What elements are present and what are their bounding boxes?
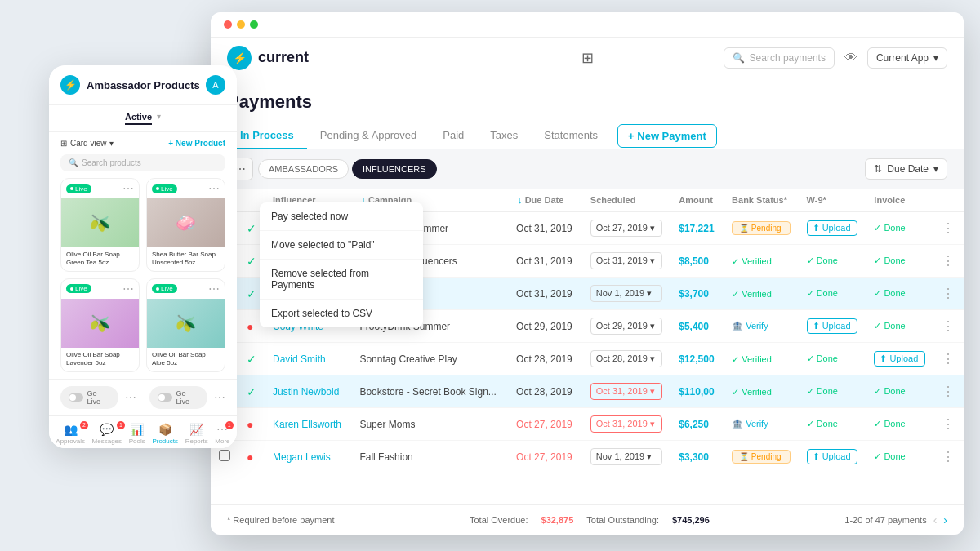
- product-card-2[interactable]: Live ⋯ 🫒 Olive Oil Bar Soap Lavender 5oz: [60, 278, 140, 372]
- card-menu-0[interactable]: ⋯: [122, 182, 134, 195]
- w9-upload-btn[interactable]: ⬆ Upload: [807, 220, 858, 236]
- mobile-tab-active[interactable]: Active: [125, 112, 152, 125]
- logo-text: current: [258, 49, 309, 66]
- row-menu-btn[interactable]: ⋮: [933, 408, 964, 441]
- scheduled-select[interactable]: Oct 28, 2019 ▾: [590, 350, 662, 367]
- mobile-card-view-btn[interactable]: ⊞ Card view ▾: [60, 139, 114, 148]
- app-selector[interactable]: Current App ▾: [867, 47, 947, 69]
- row-menu-btn[interactable]: ⋮: [933, 310, 964, 343]
- ctx-move-paid[interactable]: Move selected to "Paid": [260, 231, 423, 260]
- tab-in-process[interactable]: In Process: [227, 122, 307, 149]
- scheduled-select[interactable]: Oct 27, 2019 ▾: [590, 220, 662, 237]
- influencer-name[interactable]: Karen Ellsworth: [273, 419, 341, 430]
- card-menu-1[interactable]: ⋯: [208, 182, 220, 195]
- row-menu-btn[interactable]: ⋮: [933, 245, 964, 278]
- new-payment-btn[interactable]: + New Payment: [617, 124, 717, 148]
- product-card-1[interactable]: Live ⋯ 🧼 Shea Butter Bar Soap Unscented …: [146, 178, 225, 272]
- table-footer: * Required before payment Total Overdue:…: [211, 504, 964, 535]
- campaign-cell: Bookstore - Secret Book Sign...: [351, 375, 508, 408]
- row-menu-btn[interactable]: ⋮: [933, 278, 964, 310]
- col-actions: [933, 189, 964, 212]
- scheduled-select[interactable]: Oct 29, 2019 ▾: [590, 318, 662, 335]
- overdue-amount: $32,875: [541, 515, 574, 525]
- card-header-2: Live ⋯: [61, 279, 139, 299]
- pagination: 1-20 of 47 payments ‹ ›: [844, 513, 947, 527]
- tab-paid[interactable]: Paid: [430, 122, 477, 149]
- invoice-cell: ✓ Done: [866, 212, 933, 245]
- ctx-export-csv[interactable]: Export selected to CSV: [260, 300, 423, 327]
- logo-icon: ⚡: [227, 46, 252, 70]
- nav-more-label: More: [215, 438, 229, 445]
- w9-upload-btn[interactable]: ⬆ Upload: [807, 449, 858, 464]
- ctx-pay-selected[interactable]: Pay selected now: [260, 202, 423, 231]
- tab-pending-approved[interactable]: Pending & Approved: [307, 122, 430, 149]
- verify-btn[interactable]: 🏦 Verify: [732, 419, 791, 429]
- row-menu-btn[interactable]: ⋮: [933, 212, 964, 245]
- ctx-remove-payments[interactable]: Remove selected from Payments: [260, 260, 423, 300]
- grid-apps-icon[interactable]: ⊞: [581, 49, 594, 67]
- w9-cell: ✓ Done: [799, 375, 866, 408]
- invoice-done: ✓ Done: [874, 386, 925, 397]
- pending-badge: ⏳ Pending: [732, 221, 791, 235]
- invoice-upload-btn[interactable]: ⬆ Upload: [874, 351, 925, 367]
- bank-status-cell: ✓ Verified: [724, 343, 799, 375]
- scheduled-select[interactable]: Nov 1, 2019 ▾: [590, 448, 662, 465]
- status-icon: ●: [247, 418, 253, 431]
- w9-cell: ✓ Done: [799, 408, 866, 441]
- nav-approvals[interactable]: 👥 Approvals 2: [56, 423, 85, 445]
- nav-messages[interactable]: 💬 Messages 1: [92, 423, 122, 445]
- go-live-menu-0[interactable]: ⋯: [125, 391, 136, 404]
- w9-cell: ✓ Done: [799, 278, 866, 310]
- go-live-btn-1[interactable]: Go Live: [149, 386, 207, 409]
- scheduled-select[interactable]: Oct 31, 2019 ▾: [590, 383, 662, 400]
- influencer-name[interactable]: Megan Lewis: [273, 451, 331, 463]
- verify-btn[interactable]: 🏦 Verify: [732, 321, 791, 331]
- next-page-btn[interactable]: ›: [943, 513, 947, 527]
- row-menu-btn[interactable]: ⋮: [933, 441, 964, 473]
- product-card-0[interactable]: Live ⋯ 🫒 Olive Oil Bar Soap Green Tea 5o…: [60, 178, 140, 272]
- row-menu-btn[interactable]: ⋮: [933, 343, 964, 375]
- tab-statements[interactable]: Statements: [531, 122, 611, 149]
- minimize-dot[interactable]: [237, 20, 245, 29]
- filter-influencers[interactable]: INFLUENCERS: [352, 159, 437, 179]
- mobile-search-box[interactable]: 🔍 Search products: [60, 154, 225, 171]
- product-name-0: Olive Oil Bar Soap Green Tea 5oz: [61, 247, 139, 271]
- nav-products[interactable]: 📦 Products: [152, 423, 178, 445]
- go-live-btn-0[interactable]: Go Live: [60, 386, 118, 409]
- filter-ambassadors[interactable]: AMBASSADORS: [258, 159, 349, 179]
- influencer-name[interactable]: Justin Newbold: [273, 386, 339, 398]
- col-scheduled: Scheduled: [582, 189, 670, 212]
- table-row: ●Megan LewisFall FashionOct 27, 2019Nov …: [211, 441, 964, 473]
- maximize-dot[interactable]: [250, 20, 258, 29]
- prev-page-btn[interactable]: ‹: [933, 513, 938, 527]
- eye-icon[interactable]: 👁: [844, 51, 858, 65]
- mobile-tabs: Active ▾: [49, 105, 237, 132]
- nav-pools[interactable]: 📊 Pools: [129, 423, 145, 445]
- nav-more[interactable]: ⋯ More 1: [215, 423, 229, 445]
- mobile-avatar[interactable]: A: [206, 75, 225, 95]
- bank-status-cell: 🏦 Verify: [724, 310, 799, 343]
- card-menu-2[interactable]: ⋯: [122, 282, 134, 295]
- row-menu-btn[interactable]: ⋮: [933, 375, 964, 408]
- nav-reports[interactable]: 📈 Reports: [185, 423, 208, 445]
- header-search[interactable]: 🔍 Search payments: [724, 47, 835, 69]
- w9-upload-btn[interactable]: ⬆ Upload: [807, 318, 858, 334]
- sort-due-date-btn[interactable]: ⇅ Due Date ▾: [865, 158, 947, 180]
- toolbar-right: ⇅ Due Date ▾: [865, 158, 947, 180]
- influencer-name[interactable]: David Smith: [273, 353, 326, 365]
- scheduled-select[interactable]: Oct 31, 2019 ▾: [590, 415, 662, 433]
- tab-taxes[interactable]: Taxes: [477, 122, 531, 149]
- scheduled-select[interactable]: Nov 1, 2019 ▾: [590, 285, 662, 302]
- col-due-date[interactable]: ↓ Due Date: [508, 189, 582, 212]
- scheduled-select[interactable]: Oct 31, 2019 ▾: [590, 252, 662, 269]
- card-menu-3[interactable]: ⋯: [208, 282, 220, 295]
- product-card-3[interactable]: Live ⋯ 🫒 Olive Oil Bar Soap Aloe 5oz: [146, 278, 225, 372]
- bank-status-cell: 🏦 Verify: [724, 408, 799, 441]
- mobile-tab-chevron: ▾: [157, 112, 161, 125]
- mobile-new-product-btn[interactable]: + New Product: [168, 139, 225, 148]
- row-checkbox[interactable]: [219, 450, 230, 461]
- close-dot[interactable]: [224, 20, 232, 29]
- col-w9: W-9*: [799, 189, 866, 212]
- go-live-menu-1[interactable]: ⋯: [214, 391, 225, 404]
- status-icon: ✓: [247, 255, 256, 268]
